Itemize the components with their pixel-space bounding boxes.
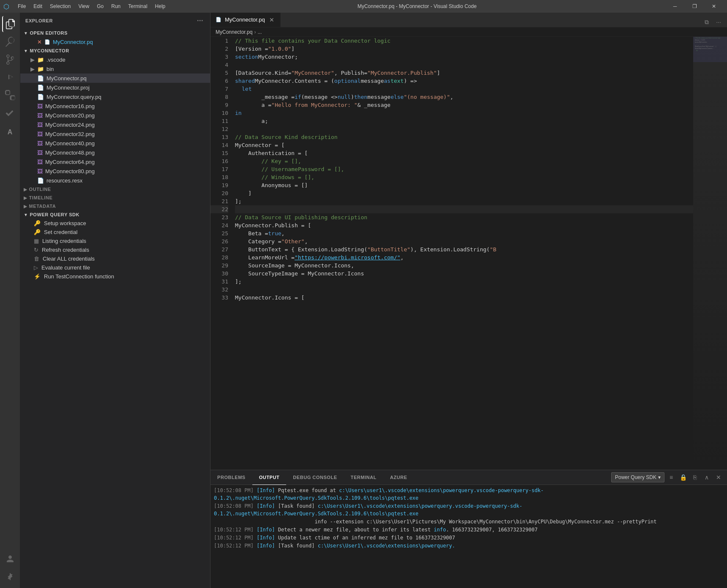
png64-icon: 🖼 xyxy=(37,159,43,165)
panel-up-button[interactable]: ∧ xyxy=(702,472,712,482)
main-layout: A Explorer ··· ▼ Open Editors ✕ 📄 MyConn… xyxy=(0,13,727,588)
file-myconnector-query[interactable]: 📄 MyConnector.query.pq xyxy=(20,92,210,101)
clear-output-button[interactable]: ≡ xyxy=(666,472,676,482)
code-line-2: [Version = "1.0.0"] xyxy=(235,45,693,53)
listing-credentials-item[interactable]: ▦ Listing credentials xyxy=(20,237,210,245)
split-editor-button[interactable]: ⧉ xyxy=(702,17,712,27)
folder-bin[interactable]: ▶ 📁 bin xyxy=(20,64,210,74)
explorer-activity-icon[interactable] xyxy=(2,16,18,32)
settings-activity-icon[interactable] xyxy=(2,569,18,585)
evaluate-current-file-item[interactable]: ▷ Evaluate current file xyxy=(20,263,210,272)
tab-problems[interactable]: PROBLEMS xyxy=(210,470,252,485)
output-line-4: [10:52:12 PM] [Info] Detect a newer mez … xyxy=(214,526,724,534)
open-editor-myconnector[interactable]: ✕ 📄 MyConnector.pq xyxy=(20,37,210,46)
open-editors-chevron: ▼ xyxy=(24,31,28,35)
source-control-activity-icon[interactable] xyxy=(2,52,18,68)
tab-output[interactable]: OUTPUT xyxy=(252,470,287,485)
menu-selection[interactable]: Selection xyxy=(46,3,74,10)
testing-activity-icon[interactable] xyxy=(2,105,18,121)
menu-run[interactable]: Run xyxy=(108,3,124,10)
open-editors-section[interactable]: ▼ Open Editors xyxy=(20,29,210,37)
panel-close-button[interactable]: ✕ xyxy=(713,472,724,482)
extensions-activity-icon[interactable] xyxy=(2,87,18,103)
menu-help[interactable]: Help xyxy=(152,3,169,10)
search-activity-icon[interactable] xyxy=(2,34,18,50)
tab-myconnector-pq[interactable]: 📄 MyConnector.pq ✕ xyxy=(210,13,281,27)
clear-all-credentials-item[interactable]: 🗑 Clear ALL credentials xyxy=(20,254,210,263)
file-myconnector-pq[interactable]: 📄 MyConnector.pq xyxy=(20,74,210,83)
refresh-credentials-icon: ↻ xyxy=(34,247,38,253)
metadata-chevron-icon: ▶ xyxy=(24,204,27,209)
tab-azure[interactable]: AZURE xyxy=(383,470,414,485)
close-button[interactable]: ✕ xyxy=(704,0,724,13)
code-line-29: SourceImage = MyConnector.Icons, xyxy=(235,261,693,270)
sidebar: Explorer ··· ▼ Open Editors ✕ 📄 MyConnec… xyxy=(20,13,210,588)
maximize-button[interactable]: ❐ xyxy=(685,0,704,13)
sidebar-more-button[interactable]: ··· xyxy=(195,16,205,25)
file-type-icon: 📄 xyxy=(44,39,50,45)
minimize-button[interactable]: ─ xyxy=(665,0,685,13)
folder-vscode[interactable]: ▶ 📁 .vscode xyxy=(20,55,210,64)
code-line-4 xyxy=(235,61,693,69)
menu-terminal[interactable]: Terminal xyxy=(125,3,150,10)
code-content[interactable]: // This file contains your Data Connecto… xyxy=(232,37,693,470)
set-credential-item[interactable]: 🔑 Set credential xyxy=(20,228,210,237)
code-line-26: Category = "Other", xyxy=(235,237,693,245)
lock-output-button[interactable]: 🔒 xyxy=(678,472,688,482)
menu-edit[interactable]: Edit xyxy=(30,3,46,10)
code-editor[interactable]: 1 2 3 4 5 6 7 8 9 10 11 12 13 14 15 16 1 xyxy=(210,37,727,470)
accounts-activity-icon[interactable] xyxy=(2,551,18,567)
tab-terminal[interactable]: TERMINAL xyxy=(344,470,383,485)
run-test-connection-item[interactable]: ⚡ Run TestConnection function xyxy=(20,272,210,281)
file-resources-resx[interactable]: 📄 resources.resx xyxy=(20,176,210,185)
tab-actions: ⧉ ··· xyxy=(702,17,727,27)
code-line-1: // This file contains your Data Connecto… xyxy=(235,37,693,45)
menu-go[interactable]: Go xyxy=(93,3,107,10)
file-myconnector80[interactable]: 🖼 MyConnector80.png xyxy=(20,166,210,176)
window-controls: ─ ❐ ✕ xyxy=(665,0,724,13)
close-icon[interactable]: ✕ xyxy=(37,39,42,45)
file-myconnector20[interactable]: 🖼 MyConnector20.png xyxy=(20,111,210,120)
png20-icon: 🖼 xyxy=(37,112,43,119)
setup-workspace-item[interactable]: 🔑 Setup workspace xyxy=(20,219,210,228)
file-myconnector48[interactable]: 🖼 MyConnector48.png xyxy=(20,148,210,157)
tab-close-button[interactable]: ✕ xyxy=(268,16,275,23)
vscode-icon: ⬡ xyxy=(3,3,9,11)
breadcrumb-location: ... xyxy=(257,29,262,35)
metadata-section[interactable]: ▶ Metadata xyxy=(20,202,210,210)
code-line-9: a = "Hello from MyConnector: " & _messag… xyxy=(235,101,693,109)
code-line-12 xyxy=(235,125,693,133)
code-line-22 xyxy=(235,205,693,213)
file-myconnector64[interactable]: 🖼 MyConnector64.png xyxy=(20,157,210,166)
run-debug-activity-icon[interactable] xyxy=(2,69,18,85)
breadcrumb-separator: › xyxy=(254,29,256,35)
power-query-sdk-section[interactable]: ▼ Power Query SDK xyxy=(20,210,210,219)
file-myconnector16[interactable]: 🖼 MyConnector16.png xyxy=(20,101,210,111)
menu-view[interactable]: View xyxy=(75,3,93,10)
myconnector-section[interactable]: ▼ MyConnector xyxy=(20,46,210,55)
more-actions-button[interactable]: ··· xyxy=(713,17,724,27)
myconnector-chevron: ▼ xyxy=(24,49,28,53)
png32-icon: 🖼 xyxy=(37,131,43,137)
file-myconnector32[interactable]: 🖼 MyConnector32.png xyxy=(20,129,210,139)
timeline-section[interactable]: ▶ Timeline xyxy=(20,193,210,202)
code-line-33: MyConnector.Icons = [ xyxy=(235,294,693,302)
copy-output-button[interactable]: ⎘ xyxy=(690,472,700,482)
file-myconnector-proj[interactable]: 📄 MyConnector.proj xyxy=(20,83,210,92)
file-myconnector24[interactable]: 🖼 MyConnector24.png xyxy=(20,120,210,129)
code-line-13: // Data Source Kind description xyxy=(235,133,693,141)
output-line-2: [10:52:08 PM] [Info] [Task found] c:\Use… xyxy=(214,502,724,517)
tab-debug-console[interactable]: DEBUG CONSOLE xyxy=(286,470,344,485)
refresh-credentials-item[interactable]: ↻ Refresh credentials xyxy=(20,245,210,254)
evaluate-icon: ▷ xyxy=(34,264,38,271)
panel-area: PROBLEMS OUTPUT DEBUG CONSOLE TERMINAL A… xyxy=(210,470,727,588)
folder-bin-icon: 📁 xyxy=(37,66,44,72)
setup-workspace-icon: 🔑 xyxy=(34,220,41,226)
powerquery-activity-icon[interactable]: A xyxy=(2,124,18,140)
outline-section[interactable]: ▶ Outline xyxy=(20,185,210,193)
query-file-icon: 📄 xyxy=(37,94,44,100)
menu-file[interactable]: File xyxy=(14,3,29,10)
sdk-dropdown[interactable]: Power Query SDK ▾ xyxy=(611,472,664,482)
breadcrumb-filename: MyConnector.pq xyxy=(216,29,252,35)
file-myconnector40[interactable]: 🖼 MyConnector40.png xyxy=(20,139,210,148)
